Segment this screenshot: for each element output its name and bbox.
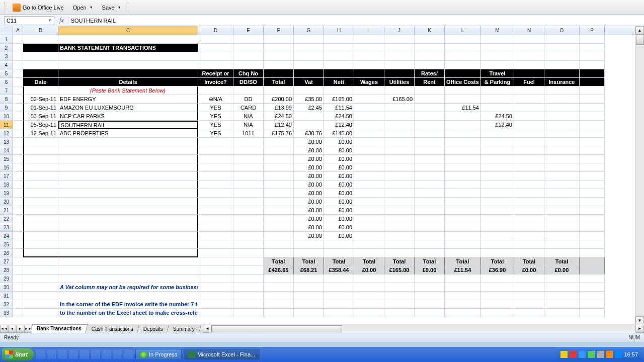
cell[interactable]	[23, 283, 58, 292]
cell[interactable]: £0.00	[324, 198, 354, 206]
cell[interactable]	[354, 86, 384, 95]
cell[interactable]	[23, 257, 58, 266]
cell[interactable]	[445, 206, 481, 215]
cell[interactable]	[23, 163, 58, 172]
cell[interactable]	[58, 240, 198, 249]
cell[interactable]	[384, 44, 415, 52]
cell[interactable]	[58, 180, 198, 189]
cell[interactable]	[354, 309, 384, 317]
cell[interactable]	[354, 52, 384, 61]
row-header[interactable]: 30	[0, 283, 13, 292]
cell[interactable]	[294, 283, 324, 292]
cell[interactable]	[481, 215, 514, 223]
cell[interactable]	[481, 283, 514, 292]
cell[interactable]: £0.00	[324, 223, 354, 232]
cell[interactable]: Vat	[294, 78, 324, 86]
row-header[interactable]: 25	[0, 240, 13, 249]
cell[interactable]	[23, 86, 58, 95]
cell[interactable]	[415, 138, 445, 146]
cell[interactable]	[384, 240, 415, 249]
cell[interactable]	[544, 189, 580, 198]
cell[interactable]	[481, 155, 514, 163]
row-header[interactable]: 7	[0, 86, 13, 95]
cell[interactable]	[23, 52, 58, 61]
cell[interactable]	[544, 35, 580, 44]
col-header[interactable]: D	[198, 26, 233, 35]
cell[interactable]: £0.00	[294, 232, 324, 240]
cell[interactable]: Total	[324, 257, 354, 266]
cell[interactable]	[445, 223, 481, 232]
row-header[interactable]: 15	[0, 155, 13, 163]
cell[interactable]	[294, 69, 324, 78]
cell[interactable]: & Parking	[481, 78, 514, 86]
scroll-right-button[interactable]: ►	[635, 325, 644, 333]
quick-launch-icon[interactable]	[124, 350, 133, 359]
cell[interactable]	[415, 44, 445, 52]
title-cell[interactable]: BANK STATEMENT TRANSACTIONS	[58, 44, 198, 52]
cell[interactable]	[23, 189, 58, 198]
row-header[interactable]: 23	[0, 223, 13, 232]
sheet-tab[interactable]: Cash Transactions	[85, 325, 140, 333]
cell[interactable]: £0.00	[324, 155, 354, 163]
cell[interactable]	[580, 172, 605, 180]
cell[interactable]	[445, 129, 481, 138]
cell[interactable]	[58, 172, 198, 180]
cell[interactable]	[198, 146, 233, 155]
col-header[interactable]: G	[294, 26, 324, 35]
cell[interactable]: £2.45	[294, 104, 324, 112]
cell[interactable]	[544, 69, 580, 78]
cell[interactable]: Total	[354, 257, 384, 266]
cell[interactable]	[384, 35, 415, 44]
cell[interactable]	[198, 35, 233, 44]
cell[interactable]	[294, 121, 324, 129]
cell[interactable]	[544, 283, 580, 292]
cell[interactable]	[233, 215, 264, 223]
scroll-thumb[interactable]	[636, 35, 644, 45]
scroll-thumb[interactable]	[211, 325, 342, 332]
row-header[interactable]: 29	[0, 275, 13, 283]
cell[interactable]	[23, 240, 58, 249]
row-header[interactable]: 32	[0, 300, 13, 309]
row-header[interactable]: 21	[0, 206, 13, 215]
row-header[interactable]: 28	[0, 266, 13, 275]
cell[interactable]	[445, 198, 481, 206]
row-header[interactable]: 12	[0, 129, 13, 138]
cell[interactable]	[445, 95, 481, 104]
col-header[interactable]: E	[233, 26, 264, 35]
cell[interactable]	[514, 104, 544, 112]
cell[interactable]: Total	[514, 257, 544, 266]
cell[interactable]	[233, 189, 264, 198]
cell[interactable]	[233, 300, 264, 309]
cell[interactable]: £175.76	[264, 129, 294, 138]
cell[interactable]: Wages	[354, 78, 384, 86]
cell[interactable]	[384, 283, 415, 292]
cell[interactable]: 03-Sep-11	[23, 112, 58, 121]
cell[interactable]	[264, 35, 294, 44]
tab-first-button[interactable]: ◄◄	[0, 325, 8, 333]
cell[interactable]	[233, 61, 264, 69]
cell[interactable]: Invoice?	[198, 78, 233, 86]
cell[interactable]	[354, 232, 384, 240]
cell[interactable]	[445, 35, 481, 44]
cell[interactable]	[198, 189, 233, 198]
cell[interactable]	[544, 146, 580, 155]
cell[interactable]	[481, 138, 514, 146]
cell[interactable]	[294, 44, 324, 52]
cell[interactable]: £0.00	[324, 163, 354, 172]
cell[interactable]	[264, 232, 294, 240]
cell[interactable]	[580, 112, 605, 121]
cell[interactable]	[514, 129, 544, 138]
cell[interactable]	[58, 206, 198, 215]
cell-details[interactable]: EDF ENERGY	[58, 95, 198, 104]
cell[interactable]: Total	[264, 78, 294, 86]
cell[interactable]: 12-Sep-11	[23, 129, 58, 138]
cell[interactable]	[445, 283, 481, 292]
cell[interactable]: £358.44	[324, 266, 354, 275]
cell[interactable]	[481, 146, 514, 155]
cell[interactable]	[514, 155, 544, 163]
cell[interactable]	[294, 300, 324, 309]
cell[interactable]	[514, 292, 544, 300]
col-header[interactable]: C	[58, 26, 198, 35]
cell[interactable]: £0.00	[354, 266, 384, 275]
cell[interactable]	[264, 292, 294, 300]
